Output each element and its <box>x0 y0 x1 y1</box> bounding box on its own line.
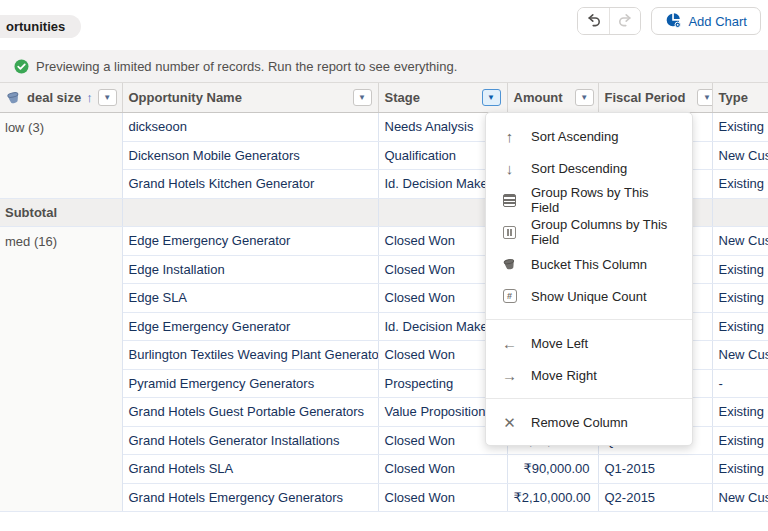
topbar-actions: Add Chart <box>577 7 761 35</box>
cell-opportunity-name[interactable]: Burlington Textiles Weaving Plant Genera… <box>122 341 378 370</box>
column-header-label: Fiscal Period <box>605 90 686 105</box>
column-header-deal-size[interactable]: deal size ↑ ▼ <box>0 83 122 113</box>
deal-size-column-menu-button[interactable]: ▼ <box>98 89 117 106</box>
column-header-stage[interactable]: Stage ▼ <box>378 83 507 113</box>
opportunity-column-menu-button[interactable]: ▼ <box>353 89 372 106</box>
column-header-type[interactable]: Type <box>712 83 768 113</box>
topbar: ortunities <box>0 0 768 50</box>
cell-type: Existing Cu <box>712 398 768 427</box>
cell-opportunity-name[interactable]: Dickenson Mobile Generators <box>122 141 378 170</box>
cell-opportunity-name[interactable]: Grand Hotels Guest Portable Generators <box>122 398 378 427</box>
column-header-fiscal-period[interactable]: Fiscal Period ▼ <box>598 83 712 113</box>
cell-type: Existing Cu <box>712 113 768 142</box>
cell-opportunity-name[interactable]: dickseoon <box>122 113 378 142</box>
arrow-right-icon: → <box>501 368 518 383</box>
menu-item-sort-ascending[interactable]: ↑ Sort Ascending <box>486 120 692 152</box>
add-chart-label: Add Chart <box>688 14 747 29</box>
cell-type: Existing Cu <box>712 170 768 199</box>
column-header-label: Stage <box>385 90 420 105</box>
arrow-up-icon: ↑ <box>501 129 518 144</box>
menu-item-remove-column[interactable]: ✕ Remove Column <box>486 406 692 438</box>
stage-column-menu: ↑ Sort Ascending ↓ Sort Descending Group… <box>485 112 693 446</box>
sort-asc-indicator: ↑ <box>86 91 93 104</box>
fiscal-column-menu-button[interactable]: ▼ <box>697 89 712 106</box>
bucket-icon <box>501 257 518 272</box>
menu-item-group-columns[interactable]: Group Columns by This Field <box>486 216 692 248</box>
report-builder-screen: ortunities <box>0 0 768 531</box>
undo-icon <box>586 12 602 31</box>
add-chart-button[interactable]: Add Chart <box>651 7 761 35</box>
cell-fiscal-period: Q1-2015 <box>598 455 712 484</box>
cell-type: Existing Cu <box>712 426 768 455</box>
cell-opportunity-name[interactable]: Grand Hotels SLA <box>122 455 378 484</box>
menu-item-bucket-column[interactable]: Bucket This Column <box>486 248 692 280</box>
group-columns-icon <box>501 226 518 239</box>
remove-icon: ✕ <box>501 415 518 430</box>
group-cell-low: low (3) <box>0 113 122 199</box>
cell-type: Existing Cu <box>712 312 768 341</box>
pie-chart-icon <box>665 12 681 31</box>
cell-type: Existing Cu <box>712 255 768 284</box>
cell-opportunity-name[interactable]: Edge SLA <box>122 284 378 313</box>
subtotal-label: Subtotal <box>0 198 122 227</box>
cell-amount: ₹90,000.00 <box>507 455 598 484</box>
column-header-opportunity-name[interactable]: Opportunity Name ▼ <box>122 83 378 113</box>
menu-item-sort-descending[interactable]: ↓ Sort Descending <box>486 152 692 184</box>
stage-column-menu-button[interactable]: ▼ <box>482 89 501 106</box>
unique-count-icon: # <box>501 289 518 303</box>
cell-type: New Cust <box>712 483 768 512</box>
column-header-amount[interactable]: Amount ▼ <box>507 83 598 113</box>
cell-type: New Cust <box>712 341 768 370</box>
cell-opportunity-name[interactable]: Pyramid Emergency Generators <box>122 369 378 398</box>
arrow-left-icon: ← <box>501 336 518 351</box>
column-header-label: Amount <box>514 90 563 105</box>
redo-button[interactable] <box>609 8 640 34</box>
cell-opportunity-name[interactable]: Grand Hotels Kitchen Generator <box>122 170 378 199</box>
menu-item-show-unique-count[interactable]: # Show Unique Count <box>486 280 692 312</box>
undo-button[interactable] <box>578 8 609 34</box>
group-rows-icon <box>501 194 518 207</box>
group-cell-med: med (16) <box>0 227 122 512</box>
report-tab-label: ortunities <box>6 19 65 34</box>
redo-icon <box>617 12 633 31</box>
menu-divider <box>486 319 692 320</box>
menu-item-group-rows[interactable]: Group Rows by This Field <box>486 184 692 216</box>
amount-column-menu-button[interactable]: ▼ <box>575 89 594 106</box>
cell-opportunity-name[interactable]: Grand Hotels Emergency Generators <box>122 483 378 512</box>
cell-opportunity-name[interactable]: Edge Installation <box>122 255 378 284</box>
preview-banner: Previewing a limited number of records. … <box>0 50 768 83</box>
menu-item-move-right[interactable]: → Move Right <box>486 359 692 391</box>
cell-amount: ₹2,10,000.00 <box>507 483 598 512</box>
check-circle-icon <box>14 59 29 74</box>
column-header-label: deal size <box>27 90 81 105</box>
cell-type: Existing Cu <box>712 455 768 484</box>
cell-fiscal-period: Q2-2015 <box>598 483 712 512</box>
cell-opportunity-name[interactable]: Edge Emergency Generator <box>122 227 378 256</box>
preview-banner-text: Previewing a limited number of records. … <box>36 59 457 74</box>
cell-type: - <box>712 369 768 398</box>
cell-opportunity-name[interactable]: Grand Hotels Generator Installations <box>122 426 378 455</box>
cell-stage: Closed Won <box>378 455 507 484</box>
menu-item-move-left[interactable]: ← Move Left <box>486 327 692 359</box>
column-header-label: Opportunity Name <box>129 90 242 105</box>
header-row: deal size ↑ ▼ Opportunity Name ▼ Stage <box>0 83 768 113</box>
cell-type: New Cust <box>712 227 768 256</box>
bucket-icon <box>5 90 22 106</box>
menu-divider <box>486 398 692 399</box>
undo-redo-group <box>577 7 641 35</box>
report-tab[interactable]: ortunities <box>0 15 81 38</box>
cell-opportunity-name[interactable]: Edge Emergency Generator <box>122 312 378 341</box>
arrow-down-icon: ↓ <box>501 161 518 176</box>
column-header-label: Type <box>719 90 748 105</box>
cell-type: New Cust <box>712 141 768 170</box>
cell-stage: Closed Won <box>378 483 507 512</box>
cell-type: Existing Cu <box>712 284 768 313</box>
